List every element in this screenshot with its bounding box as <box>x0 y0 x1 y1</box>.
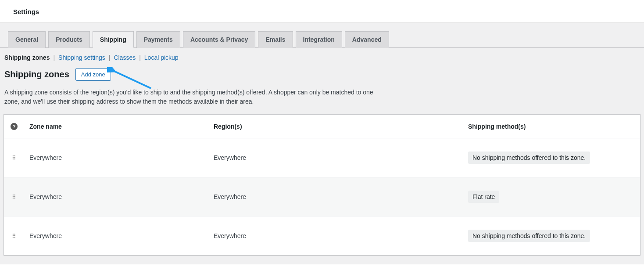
tab-shipping[interactable]: Shipping <box>93 31 134 48</box>
zone-method-cell: No shipping methods offered to this zone… <box>463 217 640 256</box>
zone-method-cell: No shipping methods offered to this zone… <box>463 138 640 177</box>
top-bar: Settings <box>0 0 644 22</box>
zone-region-cell: Everywhere <box>208 138 463 177</box>
settings-content: General Products Shipping Payments Accou… <box>0 22 644 264</box>
col-header-help: ? <box>4 115 24 138</box>
zones-table: ? Zone name Region(s) Shipping method(s)… <box>4 115 640 255</box>
zone-name-cell[interactable]: Everywhere <box>24 138 208 177</box>
method-pill: No shipping methods offered to this zone… <box>468 230 590 242</box>
drag-handle-icon[interactable]: ⠿ <box>12 235 16 238</box>
subtab-separator: | <box>109 54 111 61</box>
tab-payments[interactable]: Payments <box>136 31 180 48</box>
subtab-shipping-settings[interactable]: Shipping settings <box>58 54 105 61</box>
shipping-subtabs: Shipping zones | Shipping settings | Cla… <box>0 48 644 66</box>
tab-emails[interactable]: Emails <box>258 31 293 48</box>
help-icon[interactable]: ? <box>11 123 18 130</box>
table-row: ⠿ Everywhere Everywhere No shipping meth… <box>4 138 640 177</box>
zone-name-cell[interactable]: Everywhere <box>24 217 208 256</box>
page-title: Settings <box>13 8 631 15</box>
tab-integration[interactable]: Integration <box>296 31 342 48</box>
tab-accounts-privacy[interactable]: Accounts & Privacy <box>183 31 256 48</box>
subtab-separator: | <box>53 54 55 61</box>
table-header-row: ? Zone name Region(s) Shipping method(s) <box>4 115 640 138</box>
tab-products[interactable]: Products <box>48 31 90 48</box>
zone-name-cell[interactable]: Everywhere <box>24 177 208 217</box>
col-header-regions: Region(s) <box>208 115 463 138</box>
method-pill: Flat rate <box>468 191 499 203</box>
zone-region-cell: Everywhere <box>208 217 463 256</box>
drag-cell: ⠿ <box>4 177 24 217</box>
drag-handle-icon[interactable]: ⠿ <box>12 156 16 159</box>
subtab-local-pickup[interactable]: Local pickup <box>144 54 179 61</box>
settings-tabs: General Products Shipping Payments Accou… <box>0 23 644 48</box>
table-row: ⠿ Everywhere Everywhere Flat rate <box>4 177 640 217</box>
drag-cell: ⠿ <box>4 138 24 177</box>
col-header-methods: Shipping method(s) <box>463 115 640 138</box>
section-description: A shipping zone consists of the region(s… <box>0 84 386 114</box>
table-row: ⠿ Everywhere Everywhere No shipping meth… <box>4 217 640 256</box>
drag-handle-icon[interactable]: ⠿ <box>12 195 16 199</box>
tab-general[interactable]: General <box>8 31 46 48</box>
heading-row: Shipping zones Add zone <box>0 66 644 84</box>
subtab-classes[interactable]: Classes <box>114 54 136 61</box>
zones-table-wrap: ? Zone name Region(s) Shipping method(s)… <box>4 114 640 256</box>
drag-cell: ⠿ <box>4 217 24 256</box>
col-header-zone-name: Zone name <box>24 115 208 138</box>
subtab-shipping-zones[interactable]: Shipping zones <box>4 54 50 61</box>
zone-region-cell: Everywhere <box>208 177 463 217</box>
method-pill: No shipping methods offered to this zone… <box>468 152 590 164</box>
zone-method-cell: Flat rate <box>463 177 640 217</box>
add-zone-button[interactable]: Add zone <box>75 68 111 81</box>
section-heading: Shipping zones <box>4 69 69 79</box>
subtab-separator: | <box>139 54 141 61</box>
tab-advanced[interactable]: Advanced <box>345 31 389 48</box>
